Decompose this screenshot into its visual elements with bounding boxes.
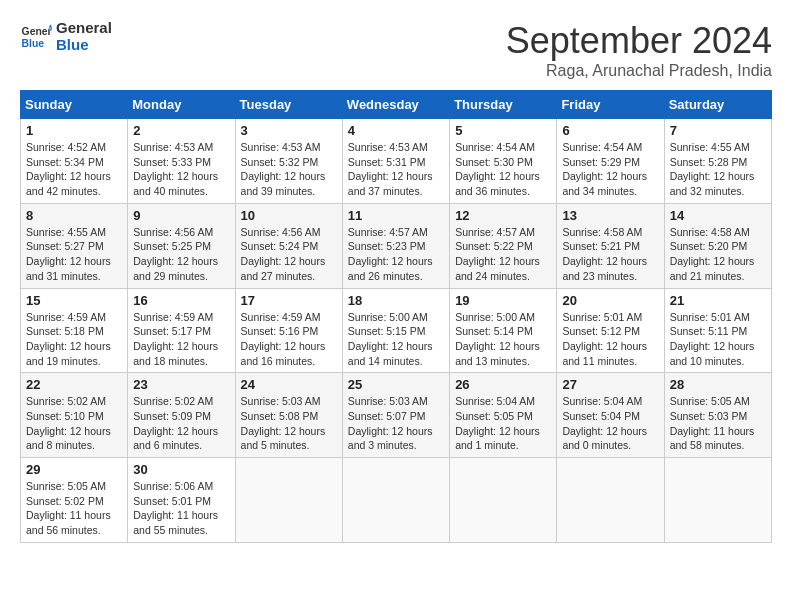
day-number: 12 [455, 208, 551, 223]
day-info: Sunrise: 5:01 AMSunset: 5:11 PMDaylight:… [670, 311, 755, 367]
calendar-cell: 7 Sunrise: 4:55 AMSunset: 5:28 PMDayligh… [664, 119, 771, 204]
calendar-cell: 30 Sunrise: 5:06 AMSunset: 5:01 PMDaylig… [128, 458, 235, 543]
calendar-week-row: 15 Sunrise: 4:59 AMSunset: 5:18 PMDaylig… [21, 288, 772, 373]
day-number: 14 [670, 208, 766, 223]
day-info: Sunrise: 5:04 AMSunset: 5:05 PMDaylight:… [455, 395, 540, 451]
day-info: Sunrise: 4:54 AMSunset: 5:30 PMDaylight:… [455, 141, 540, 197]
day-number: 3 [241, 123, 337, 138]
day-info: Sunrise: 4:56 AMSunset: 5:24 PMDaylight:… [241, 226, 326, 282]
calendar-cell [664, 458, 771, 543]
calendar-cell: 23 Sunrise: 5:02 AMSunset: 5:09 PMDaylig… [128, 373, 235, 458]
day-number: 10 [241, 208, 337, 223]
day-info: Sunrise: 5:06 AMSunset: 5:01 PMDaylight:… [133, 480, 218, 536]
logo-general: General [56, 20, 112, 37]
day-info: Sunrise: 4:55 AMSunset: 5:27 PMDaylight:… [26, 226, 111, 282]
calendar-cell: 22 Sunrise: 5:02 AMSunset: 5:10 PMDaylig… [21, 373, 128, 458]
day-number: 25 [348, 377, 444, 392]
day-info: Sunrise: 5:04 AMSunset: 5:04 PMDaylight:… [562, 395, 647, 451]
day-number: 7 [670, 123, 766, 138]
day-info: Sunrise: 4:57 AMSunset: 5:23 PMDaylight:… [348, 226, 433, 282]
calendar-cell [342, 458, 449, 543]
calendar-cell: 26 Sunrise: 5:04 AMSunset: 5:05 PMDaylig… [450, 373, 557, 458]
day-number: 26 [455, 377, 551, 392]
weekday-header: Wednesday [342, 91, 449, 119]
calendar-week-row: 1 Sunrise: 4:52 AMSunset: 5:34 PMDayligh… [21, 119, 772, 204]
day-number: 15 [26, 293, 122, 308]
svg-text:General: General [22, 26, 52, 37]
day-info: Sunrise: 4:55 AMSunset: 5:28 PMDaylight:… [670, 141, 755, 197]
day-number: 27 [562, 377, 658, 392]
day-info: Sunrise: 4:53 AMSunset: 5:33 PMDaylight:… [133, 141, 218, 197]
day-info: Sunrise: 5:02 AMSunset: 5:10 PMDaylight:… [26, 395, 111, 451]
weekday-header: Friday [557, 91, 664, 119]
calendar-week-row: 8 Sunrise: 4:55 AMSunset: 5:27 PMDayligh… [21, 203, 772, 288]
weekday-header: Thursday [450, 91, 557, 119]
calendar-cell: 29 Sunrise: 5:05 AMSunset: 5:02 PMDaylig… [21, 458, 128, 543]
day-info: Sunrise: 5:05 AMSunset: 5:03 PMDaylight:… [670, 395, 755, 451]
day-info: Sunrise: 5:05 AMSunset: 5:02 PMDaylight:… [26, 480, 111, 536]
day-info: Sunrise: 5:02 AMSunset: 5:09 PMDaylight:… [133, 395, 218, 451]
calendar-cell: 5 Sunrise: 4:54 AMSunset: 5:30 PMDayligh… [450, 119, 557, 204]
day-number: 17 [241, 293, 337, 308]
day-number: 20 [562, 293, 658, 308]
calendar-cell: 9 Sunrise: 4:56 AMSunset: 5:25 PMDayligh… [128, 203, 235, 288]
day-info: Sunrise: 4:52 AMSunset: 5:34 PMDaylight:… [26, 141, 111, 197]
day-info: Sunrise: 5:03 AMSunset: 5:07 PMDaylight:… [348, 395, 433, 451]
calendar-cell: 21 Sunrise: 5:01 AMSunset: 5:11 PMDaylig… [664, 288, 771, 373]
calendar-cell: 19 Sunrise: 5:00 AMSunset: 5:14 PMDaylig… [450, 288, 557, 373]
weekday-header: Saturday [664, 91, 771, 119]
day-info: Sunrise: 5:00 AMSunset: 5:14 PMDaylight:… [455, 311, 540, 367]
day-number: 24 [241, 377, 337, 392]
day-info: Sunrise: 5:03 AMSunset: 5:08 PMDaylight:… [241, 395, 326, 451]
calendar-cell: 4 Sunrise: 4:53 AMSunset: 5:31 PMDayligh… [342, 119, 449, 204]
calendar-cell: 15 Sunrise: 4:59 AMSunset: 5:18 PMDaylig… [21, 288, 128, 373]
calendar-cell: 2 Sunrise: 4:53 AMSunset: 5:33 PMDayligh… [128, 119, 235, 204]
day-number: 11 [348, 208, 444, 223]
weekday-header: Sunday [21, 91, 128, 119]
day-number: 5 [455, 123, 551, 138]
day-info: Sunrise: 4:53 AMSunset: 5:32 PMDaylight:… [241, 141, 326, 197]
calendar-cell: 14 Sunrise: 4:58 AMSunset: 5:20 PMDaylig… [664, 203, 771, 288]
day-info: Sunrise: 4:58 AMSunset: 5:21 PMDaylight:… [562, 226, 647, 282]
day-number: 23 [133, 377, 229, 392]
calendar-cell: 12 Sunrise: 4:57 AMSunset: 5:22 PMDaylig… [450, 203, 557, 288]
calendar-cell [557, 458, 664, 543]
day-info: Sunrise: 4:57 AMSunset: 5:22 PMDaylight:… [455, 226, 540, 282]
day-number: 1 [26, 123, 122, 138]
day-number: 18 [348, 293, 444, 308]
calendar-cell: 18 Sunrise: 5:00 AMSunset: 5:15 PMDaylig… [342, 288, 449, 373]
calendar-week-row: 22 Sunrise: 5:02 AMSunset: 5:10 PMDaylig… [21, 373, 772, 458]
day-number: 9 [133, 208, 229, 223]
logo-icon: General Blue [20, 21, 52, 53]
day-number: 13 [562, 208, 658, 223]
calendar-cell [450, 458, 557, 543]
calendar-cell: 11 Sunrise: 4:57 AMSunset: 5:23 PMDaylig… [342, 203, 449, 288]
day-number: 4 [348, 123, 444, 138]
day-number: 22 [26, 377, 122, 392]
calendar-cell: 16 Sunrise: 4:59 AMSunset: 5:17 PMDaylig… [128, 288, 235, 373]
logo: General Blue General Blue [20, 20, 112, 53]
day-number: 30 [133, 462, 229, 477]
subtitle: Raga, Arunachal Pradesh, India [506, 62, 772, 80]
day-number: 28 [670, 377, 766, 392]
day-info: Sunrise: 5:01 AMSunset: 5:12 PMDaylight:… [562, 311, 647, 367]
calendar-cell: 10 Sunrise: 4:56 AMSunset: 5:24 PMDaylig… [235, 203, 342, 288]
weekday-header: Monday [128, 91, 235, 119]
svg-marker-3 [49, 27, 52, 30]
calendar-cell: 3 Sunrise: 4:53 AMSunset: 5:32 PMDayligh… [235, 119, 342, 204]
day-info: Sunrise: 4:53 AMSunset: 5:31 PMDaylight:… [348, 141, 433, 197]
day-info: Sunrise: 4:58 AMSunset: 5:20 PMDaylight:… [670, 226, 755, 282]
day-number: 19 [455, 293, 551, 308]
calendar-cell: 1 Sunrise: 4:52 AMSunset: 5:34 PMDayligh… [21, 119, 128, 204]
calendar-cell: 8 Sunrise: 4:55 AMSunset: 5:27 PMDayligh… [21, 203, 128, 288]
day-info: Sunrise: 4:59 AMSunset: 5:16 PMDaylight:… [241, 311, 326, 367]
logo-blue: Blue [56, 37, 112, 54]
day-info: Sunrise: 5:00 AMSunset: 5:15 PMDaylight:… [348, 311, 433, 367]
day-number: 16 [133, 293, 229, 308]
calendar-cell: 25 Sunrise: 5:03 AMSunset: 5:07 PMDaylig… [342, 373, 449, 458]
day-info: Sunrise: 4:56 AMSunset: 5:25 PMDaylight:… [133, 226, 218, 282]
calendar-cell: 17 Sunrise: 4:59 AMSunset: 5:16 PMDaylig… [235, 288, 342, 373]
title-section: September 2024 Raga, Arunachal Pradesh, … [506, 20, 772, 80]
main-title: September 2024 [506, 20, 772, 62]
calendar-cell: 20 Sunrise: 5:01 AMSunset: 5:12 PMDaylig… [557, 288, 664, 373]
